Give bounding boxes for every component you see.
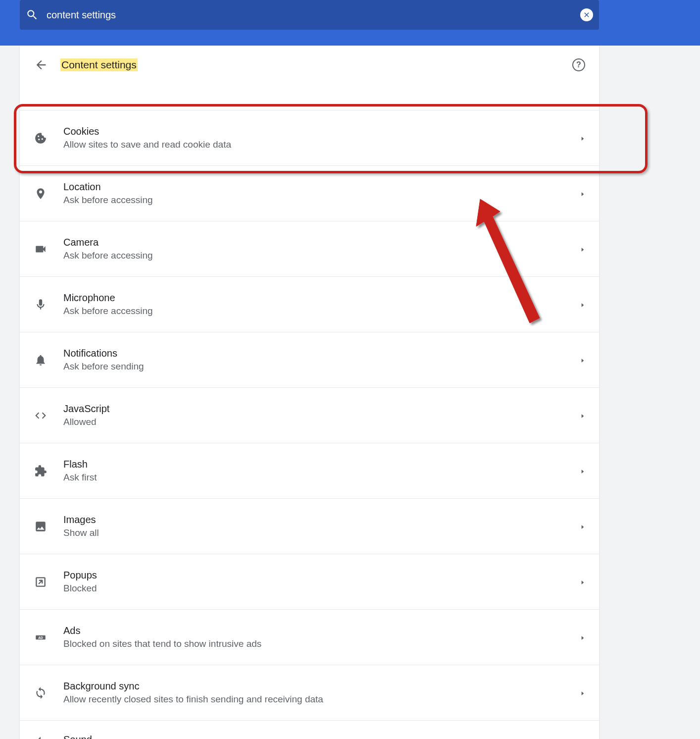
row-notifications[interactable]: Notifications Ask before sending: [20, 332, 599, 387]
bell-icon: [34, 353, 48, 367]
row-subtitle: Blocked on sites that tend to show intru…: [63, 638, 579, 649]
row-title: Popups: [63, 570, 579, 581]
settings-list: Cookies Allow sites to save and read coo…: [20, 110, 599, 739]
ads-icon: AD: [34, 631, 48, 644]
chevron-right-icon: [579, 191, 585, 197]
sync-icon: [34, 686, 48, 700]
help-button[interactable]: ?: [572, 58, 585, 71]
row-subtitle: Ask before accessing: [63, 250, 579, 261]
svg-text:AD: AD: [38, 635, 43, 639]
chevron-right-icon: [579, 246, 585, 252]
row-title: Background sync: [63, 681, 579, 692]
search-icon: [26, 8, 39, 21]
row-subtitle: Allowed: [63, 417, 579, 427]
row-subtitle: Ask before accessing: [63, 195, 579, 206]
chevron-right-icon: [579, 413, 585, 419]
row-subtitle: Ask before sending: [63, 361, 579, 372]
search-bar[interactable]: [20, 0, 599, 30]
row-title: Notifications: [63, 348, 579, 359]
row-images[interactable]: Images Show all: [20, 498, 599, 554]
camera-icon: [34, 242, 48, 256]
chevron-right-icon: [579, 579, 585, 585]
sound-icon: [34, 734, 48, 739]
row-title: JavaScript: [63, 403, 579, 415]
row-title: Ads: [63, 625, 579, 636]
row-title: Sound: [63, 734, 579, 739]
chevron-right-icon: [579, 468, 585, 474]
row-javascript[interactable]: JavaScript Allowed: [20, 387, 599, 443]
panel-header: Content settings ?: [20, 46, 599, 86]
popup-icon: [34, 575, 48, 589]
row-sound[interactable]: Sound: [20, 720, 599, 739]
row-title: Flash: [63, 459, 579, 470]
location-icon: [34, 187, 48, 201]
clear-search-button[interactable]: [580, 8, 593, 21]
row-popups[interactable]: Popups Blocked: [20, 554, 599, 609]
row-subtitle: Blocked: [63, 583, 579, 594]
row-title: Images: [63, 514, 579, 526]
row-title: Cookies: [63, 126, 579, 137]
chevron-right-icon: [579, 357, 585, 363]
puzzle-icon: [34, 464, 48, 478]
row-microphone[interactable]: Microphone Ask before accessing: [20, 276, 599, 332]
back-button[interactable]: [34, 57, 49, 72]
code-icon: [34, 409, 48, 422]
row-subtitle: Ask first: [63, 472, 579, 483]
search-input[interactable]: [47, 9, 580, 21]
row-subtitle: Ask before accessing: [63, 306, 579, 317]
chevron-right-icon: [579, 634, 585, 640]
row-subtitle: Show all: [63, 528, 579, 538]
row-ads[interactable]: AD Ads Blocked on sites that tend to sho…: [20, 609, 599, 665]
row-title: Microphone: [63, 292, 579, 304]
row-subtitle: Allow recently closed sites to finish se…: [63, 694, 579, 705]
chevron-right-icon: [579, 524, 585, 529]
microphone-icon: [34, 298, 48, 312]
row-camera[interactable]: Camera Ask before accessing: [20, 221, 599, 276]
image-icon: [34, 520, 48, 533]
row-flash[interactable]: Flash Ask first: [20, 443, 599, 498]
row-title: Location: [63, 181, 579, 193]
chevron-right-icon: [579, 302, 585, 308]
row-cookies[interactable]: Cookies Allow sites to save and read coo…: [20, 110, 599, 165]
row-background-sync[interactable]: Background sync Allow recently closed si…: [20, 665, 599, 720]
chevron-right-icon: [579, 690, 585, 696]
chevron-right-icon: [579, 135, 585, 141]
row-title: Camera: [63, 237, 579, 248]
top-bar: [0, 0, 700, 46]
settings-panel: Content settings ? Cookies Allow sites t…: [20, 46, 599, 739]
cookie-icon: [34, 131, 48, 145]
row-location[interactable]: Location Ask before accessing: [20, 165, 599, 221]
page-title: Content settings: [60, 58, 138, 71]
row-subtitle: Allow sites to save and read cookie data: [63, 139, 579, 150]
